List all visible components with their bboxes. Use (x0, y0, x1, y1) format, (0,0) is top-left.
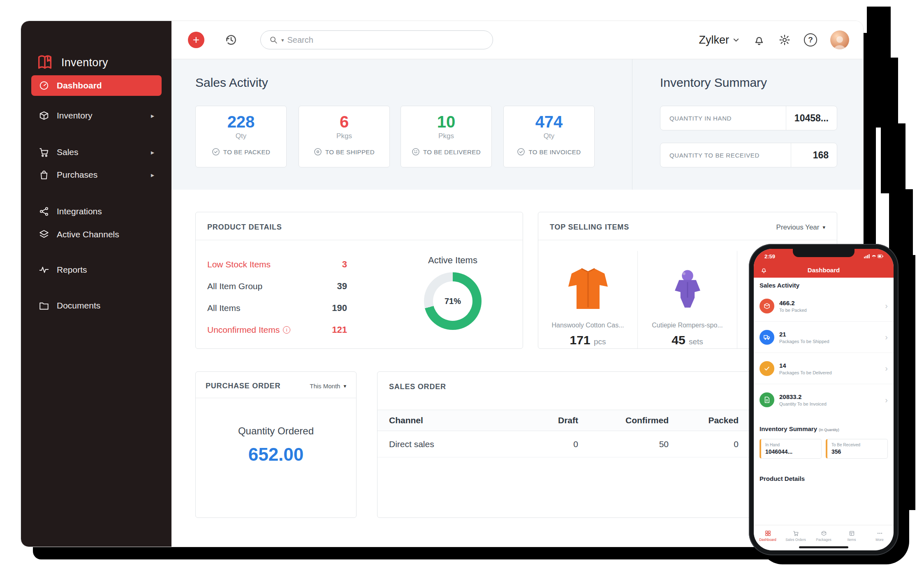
inventory-icon (39, 110, 49, 121)
topbar-right: Zylker ? (699, 30, 850, 49)
shipped-icon (314, 148, 322, 156)
phone-header-title: Dashboard (808, 267, 840, 274)
quantity-in-hand-row[interactable]: QUANTITY IN HAND 10458... (660, 106, 837, 130)
overview-strip: Sales Activity 228 Qty TO BE PACKED 6 Pk… (171, 59, 864, 190)
phone-in-hand-card[interactable]: In Hand 1046044... (760, 439, 822, 459)
bag-icon (39, 169, 49, 180)
app-title: Inventory (61, 56, 108, 69)
sidebar-item-active-channels[interactable]: Active Channels (31, 224, 162, 245)
phone-bell-icon[interactable] (760, 267, 767, 274)
quantity-to-be-received-row[interactable]: QUANTITY TO BE RECEIVED 168 (660, 143, 837, 167)
sidebar-item-label: Inventory (57, 111, 92, 121)
quantity-to-be-received-label: QUANTITY TO BE RECEIVED (669, 152, 791, 159)
items-icon (849, 530, 855, 536)
org-selector[interactable]: Zylker (699, 34, 740, 46)
sidebar-item-label: Purchases (57, 170, 97, 180)
chevron-right-icon: › (885, 332, 888, 342)
org-name: Zylker (699, 34, 729, 46)
sidebar-item-inventory[interactable]: Inventory ▸ (31, 105, 162, 126)
phone-tab-more[interactable]: More (866, 525, 894, 546)
low-stock-value: 3 (342, 259, 347, 270)
search-input[interactable] (287, 35, 484, 45)
sidebar-item-integrations[interactable]: Integrations (31, 201, 162, 222)
unconfirmed-items-row[interactable]: Unconfirmed Items i 121 (207, 319, 347, 341)
history-icon[interactable] (224, 33, 238, 47)
phone-row-invoiced[interactable]: 20833.2 Quantity To be Invoiced › (754, 384, 894, 415)
product-unit: sets (689, 337, 703, 346)
phone-product-details-title: Product Details (760, 475, 888, 482)
integrations-icon (39, 206, 49, 217)
app-logo: Inventory (36, 53, 108, 72)
divider (196, 240, 523, 240)
phone-shipped-value: 21 (779, 331, 829, 338)
phone-to-be-received-value: 356 (831, 448, 883, 455)
gear-icon[interactable] (778, 34, 791, 46)
chevron-right-icon: › (885, 395, 888, 405)
unconfirmed-items-label: Unconfirmed Items (207, 325, 280, 335)
phone-summary-suffix: (In Quantity) (819, 428, 839, 432)
product-qty: 171 (570, 333, 591, 347)
phone-tab-items[interactable]: Items (838, 525, 866, 546)
all-items-row[interactable]: All Items 190 (207, 297, 347, 319)
product-name: Cutiepie Rompers-spo... (638, 322, 737, 329)
quantity-ordered-label: Quantity Ordered (196, 425, 356, 437)
phone-row-delivered[interactable]: 14 Packages To be Delivered › (754, 353, 894, 384)
cart-icon (39, 147, 49, 158)
add-button[interactable]: + (188, 32, 204, 48)
phone-tab-packages[interactable]: Packages (810, 525, 838, 546)
bell-icon[interactable] (753, 34, 765, 46)
to-be-packed-card[interactable]: 228 Qty TO BE PACKED (195, 106, 287, 167)
folder-icon (39, 300, 49, 311)
top-selling-item[interactable]: Cutiepie Rompers-spo... 45 sets (638, 251, 737, 348)
sidebar-item-purchases[interactable]: Purchases ▸ (31, 165, 162, 185)
phone-summary-cards: In Hand 1046044... To Be Received 356 (760, 439, 888, 459)
sidebar-item-dashboard[interactable]: Dashboard (31, 75, 162, 96)
phone-row-packed[interactable]: 466.2 To be Packed › (754, 290, 894, 322)
sidebar-item-label: Active Channels (57, 230, 119, 239)
sidebar-item-documents[interactable]: Documents (31, 295, 162, 316)
sidebar-item-reports[interactable]: Reports (31, 260, 162, 280)
invoiced-icon (517, 148, 525, 156)
phone-home-indicator[interactable] (799, 546, 848, 548)
top-selling-item[interactable]: Hanswooly Cotton Cas... 171 pcs (538, 251, 638, 348)
phone-row-shipped[interactable]: 21 Packages To be Shipped › (754, 322, 894, 353)
phone-screen: 2:59 Dashboard Sales Activity 466.2 To b… (754, 249, 894, 550)
quantity-ordered-value: 652.00 (196, 444, 356, 465)
phone-tab-label: Packages (816, 538, 831, 542)
purchase-order-filter[interactable]: This Month ▾ (310, 383, 346, 390)
low-stock-row[interactable]: Low Stock Items 3 (207, 253, 347, 275)
search-box[interactable]: ▾ (260, 30, 493, 49)
phone-tab-sales-orders[interactable]: Sales Orders (782, 525, 810, 546)
app-window: Inventory Dashboard Inventory ▸ Sales ▸ … (21, 21, 864, 547)
to-be-packed-value: 228 (196, 113, 286, 131)
search-scope-caret-icon[interactable]: ▾ (281, 37, 284, 43)
phone-in-hand-label: In Hand (765, 443, 817, 447)
phone-to-be-received-card[interactable]: To Be Received 356 (826, 439, 888, 459)
help-icon[interactable]: ? (804, 33, 817, 46)
sidebar-item-sales[interactable]: Sales ▸ (31, 142, 162, 162)
to-be-shipped-unit: Pkgs (299, 132, 389, 140)
phone-delivered-label: Packages To be Delivered (779, 370, 832, 375)
to-be-delivered-card[interactable]: 10 Pkgs TO BE DELIVERED (401, 106, 492, 167)
phone-to-be-received-label: To Be Received (831, 443, 883, 447)
packed-icon (212, 148, 220, 156)
cell-channel: Direct sales (389, 439, 512, 449)
top-selling-filter[interactable]: Previous Year ▾ (776, 223, 825, 232)
unconfirmed-items-value: 121 (332, 325, 347, 335)
user-avatar[interactable] (830, 30, 849, 49)
phone-delivered-value: 14 (779, 362, 832, 369)
topbar: + ▾ Zylker ? (171, 21, 864, 59)
phone-notch (793, 249, 855, 257)
to-be-invoiced-card[interactable]: 474 Qty TO BE INVOICED (503, 106, 595, 167)
to-be-shipped-card[interactable]: 6 Pkgs TO BE SHIPPED (299, 106, 390, 167)
phone-mockup: 2:59 Dashboard Sales Activity 466.2 To b… (749, 244, 899, 555)
phone-tab-dashboard[interactable]: Dashboard (754, 525, 782, 546)
col-packed: Packed (669, 415, 739, 425)
status-icons (864, 254, 884, 259)
info-icon[interactable]: i (283, 326, 290, 334)
sidebar: Inventory Dashboard Inventory ▸ Sales ▸ … (21, 21, 171, 547)
item-group-row[interactable]: All Item Group 39 (207, 275, 347, 297)
chevron-right-icon: ▸ (151, 112, 154, 120)
phone-time: 2:59 (764, 253, 775, 260)
to-be-packed-label: TO BE PACKED (223, 148, 270, 155)
